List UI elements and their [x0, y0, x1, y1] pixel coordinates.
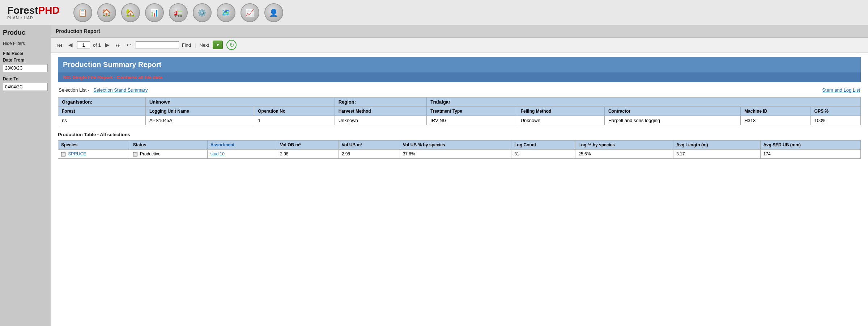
cell-contractor: Harpell and sons logging — [604, 116, 740, 125]
find-next-button[interactable]: Next — [199, 42, 209, 48]
date-to-label: Date To — [3, 76, 48, 82]
separator: | — [195, 42, 196, 48]
col-contractor: Contractor — [604, 107, 740, 116]
production-table: Species Status Assortment Vol OB m³ Vol … — [58, 140, 861, 159]
prod-cell-log-pct: 25.6% — [575, 150, 673, 159]
col-forest: Forest — [58, 107, 146, 116]
region-label: Region: — [335, 97, 427, 107]
stem-log-list-link[interactable]: Stem and Log List — [822, 87, 860, 93]
assortment-value-link[interactable]: stud 10 — [210, 151, 225, 156]
col-operation-no: Operation No — [254, 107, 335, 116]
cell-operation-no: 1 — [254, 116, 335, 125]
prod-cell-vol-ub: 2.98 — [339, 150, 400, 159]
refresh-icon[interactable]: ↻ — [226, 40, 237, 50]
settings-icon[interactable]: ⚙️ — [193, 3, 212, 22]
prod-data-row: SPRUCE Productive stud 10 2.98 2.98 — [58, 150, 861, 159]
prod-cell-vol-ob: 2.98 — [277, 150, 339, 159]
prod-cell-avg-sed: 174 — [760, 150, 860, 159]
col-gps: GPS % — [810, 107, 860, 116]
info-table: Organisation: Unknown Region: Trafalgar … — [58, 97, 861, 125]
cell-gps: 100% — [810, 116, 860, 125]
report-title: Production Summary Report — [58, 57, 861, 72]
report-inner: Production Summary Report NB: Single Fil… — [51, 53, 868, 163]
cell-machine-id: H313 — [741, 116, 810, 125]
export-button[interactable]: ▼ — [212, 40, 224, 50]
species-checkbox — [61, 152, 65, 156]
selection-label: Selection List - — [59, 87, 89, 93]
file-received-label: File Recei — [3, 51, 48, 56]
main-layout: Produc Hide Filters File Recei Date From… — [0, 25, 868, 326]
hide-filters-button[interactable]: Hide Filters — [3, 41, 48, 46]
prod-header-row: Species Status Assortment Vol OB m³ Vol … — [58, 141, 861, 150]
app-subtitle: PLAN • HAR — [7, 16, 60, 20]
prod-cell-status: Productive — [130, 150, 207, 159]
report-panel-title: Production Report — [51, 25, 868, 38]
selection-left: Selection List - Selection Stand Summary — [59, 87, 148, 93]
prod-col-log-count: Log Count — [511, 141, 575, 150]
date-to-input[interactable] — [3, 83, 48, 91]
pulse-icon[interactable]: 📈 — [241, 3, 259, 22]
prod-col-vol-ob: Vol OB m³ — [277, 141, 339, 150]
cell-forest: ns — [58, 116, 146, 125]
nav-icons: 📋 🏠 🏡 📊 🚛 ⚙️ 🗺️ 📈 👤 — [73, 3, 283, 22]
prod-col-avg-length: Avg Length (m) — [673, 141, 760, 150]
prod-col-assortment: Assortment — [207, 141, 277, 150]
logo-area: ForestPHD PLAN • HAR — [7, 5, 60, 20]
map-icon[interactable]: 🗺️ — [217, 3, 235, 22]
page-of-label: of 1 — [93, 42, 101, 48]
home2-icon[interactable]: 🏡 — [121, 3, 140, 22]
page-number-input[interactable] — [77, 41, 90, 49]
col-harvest-method: Harvest Method — [335, 107, 427, 116]
top-nav: ForestPHD PLAN • HAR 📋 🏠 🏡 📊 🚛 ⚙️ 🗺️ 📈 👤 — [0, 0, 868, 25]
selection-row: Selection List - Selection Stand Summary… — [58, 87, 861, 93]
report-content: Production Summary Report NB: Single Fil… — [51, 53, 868, 326]
prev-page-button[interactable]: ◀ — [67, 41, 74, 49]
assortment-link[interactable]: Assortment — [210, 142, 235, 147]
last-page-button[interactable]: ⏭ — [114, 41, 122, 49]
org-label: Organisation: — [58, 97, 146, 107]
date-from-input[interactable] — [3, 64, 48, 72]
prod-col-vol-ub: Vol UB m³ — [339, 141, 400, 150]
species-link[interactable]: SPRUCE — [68, 151, 86, 156]
find-button[interactable]: Find — [182, 42, 191, 48]
report-subtitle: NB: Single File Report - Contains all fi… — [58, 72, 861, 82]
status-value: Productive — [140, 151, 161, 156]
sidebar-title: Produc — [3, 29, 48, 37]
prod-cell-assortment: stud 10 — [207, 150, 277, 159]
col-treatment-type: Treatment Type — [427, 107, 517, 116]
report-toolbar: ⏮ ◀ of 1 ▶ ⏭ ↩ Find | Next ▼ ↻ — [51, 38, 868, 53]
graph-icon[interactable]: 📊 — [145, 3, 164, 22]
back-button[interactable]: ↩ — [125, 41, 133, 49]
cell-felling-method: Unknown — [517, 116, 604, 125]
col-felling-method: Felling Method — [517, 107, 604, 116]
first-page-button[interactable]: ⏮ — [56, 41, 64, 49]
prod-col-vol-ub-pct: Vol UB % by species — [400, 141, 511, 150]
person-icon[interactable]: 👤 — [264, 3, 283, 22]
org-value: Unknown — [145, 97, 335, 107]
cell-treatment-type: IRVING — [427, 116, 517, 125]
next-page-button[interactable]: ▶ — [104, 41, 111, 49]
house-icon[interactable]: 🏠 — [97, 3, 116, 22]
info-data-row: ns APS1045A 1 Unknown IRVING Unknown Har… — [58, 116, 861, 125]
logo-highlight: PHD — [38, 5, 60, 16]
document-icon[interactable]: 📋 — [73, 3, 92, 22]
selection-stand-summary-link[interactable]: Selection Stand Summary — [93, 87, 148, 93]
cell-harvest-method: Unknown — [335, 116, 427, 125]
prod-cell-species: SPRUCE — [58, 150, 130, 159]
region-value: Trafalgar — [427, 97, 861, 107]
prod-col-species: Species — [58, 141, 130, 150]
cell-logging-unit: APS1045A — [145, 116, 254, 125]
org-row: Organisation: Unknown Region: Trafalgar — [58, 97, 861, 107]
prod-col-status: Status — [130, 141, 207, 150]
prod-col-avg-sed: Avg SED UB (mm) — [760, 141, 860, 150]
date-from-label: Date From — [3, 58, 48, 63]
sidebar: Produc Hide Filters File Recei Date From… — [0, 25, 51, 326]
app-logo: ForestPHD — [7, 5, 60, 16]
prod-cell-vol-ub-pct: 37.6% — [400, 150, 511, 159]
col-header-row: Forest Logging Unit Name Operation No Ha… — [58, 107, 861, 116]
report-panel: Production Report ⏮ ◀ of 1 ▶ ⏭ ↩ Find | … — [51, 25, 868, 326]
find-input[interactable] — [136, 41, 179, 49]
truck-icon[interactable]: 🚛 — [169, 3, 188, 22]
production-section-title: Production Table - All selections — [58, 132, 861, 137]
status-checkbox — [133, 152, 137, 156]
